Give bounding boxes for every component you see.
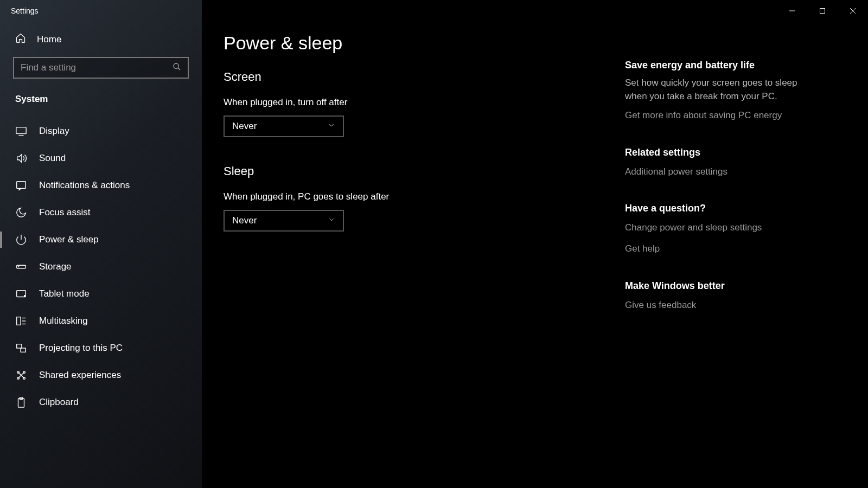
aside-better: Make Windows better Give us feedback <box>625 280 799 314</box>
search-container <box>0 57 202 88</box>
svg-line-5 <box>178 68 180 70</box>
sidebar-item-label: Display <box>39 126 69 137</box>
screen-timeout-value: Never <box>232 121 257 132</box>
maximize-icon <box>819 8 826 14</box>
search-input[interactable] <box>21 62 173 73</box>
search-box[interactable] <box>13 57 189 79</box>
svg-point-12 <box>18 267 19 267</box>
sidebar-item-notifications[interactable]: Notifications & actions <box>0 172 202 199</box>
sidebar-item-sound[interactable]: Sound <box>0 145 202 172</box>
sidebar-item-tablet-mode[interactable]: Tablet mode <box>0 280 202 307</box>
screen-section: Screen When plugged in, turn off after N… <box>224 70 603 137</box>
aside-better-heading: Make Windows better <box>625 280 799 292</box>
aside-related: Related settings Additional power settin… <box>625 147 799 181</box>
home-label: Home <box>37 34 61 45</box>
aside-energy-text: Set how quickly your screen goes to slee… <box>625 76 799 103</box>
multitasking-icon <box>15 315 27 327</box>
minimize-button[interactable] <box>777 0 807 22</box>
sleep-field-label: When plugged in, PC goes to sleep after <box>224 191 603 202</box>
sidebar: Home System Display Sound Notifications … <box>0 0 202 488</box>
screen-field-label: When plugged in, turn off after <box>224 97 603 108</box>
sidebar-item-label: Power & sleep <box>39 234 99 245</box>
svg-rect-9 <box>17 182 26 189</box>
aside-column: Save energy and battery life Set how qui… <box>625 33 799 488</box>
notifications-icon <box>15 179 27 191</box>
sidebar-item-label: Sound <box>39 153 66 164</box>
home-icon <box>15 33 26 46</box>
sidebar-item-clipboard[interactable]: Clipboard <box>0 389 202 416</box>
svg-rect-6 <box>16 127 26 134</box>
display-icon <box>15 125 27 137</box>
sidebar-item-label: Clipboard <box>39 397 79 408</box>
aside-energy-link[interactable]: Get more info about saving PC energy <box>625 107 799 124</box>
window-controls <box>777 0 868 22</box>
sidebar-item-focus-assist[interactable]: Focus assist <box>0 199 202 226</box>
sleep-section: Sleep When plugged in, PC goes to sleep … <box>224 164 603 232</box>
aside-related-link[interactable]: Additional power settings <box>625 164 799 181</box>
shared-experiences-icon <box>15 369 27 381</box>
sidebar-item-label: Shared experiences <box>39 370 121 381</box>
svg-rect-20 <box>21 348 25 352</box>
svg-rect-19 <box>17 344 22 348</box>
main-content: Power & sleep Screen When plugged in, tu… <box>202 0 868 488</box>
sidebar-item-multitasking[interactable]: Multitasking <box>0 307 202 335</box>
sleep-heading: Sleep <box>224 164 603 178</box>
window-title: Settings <box>0 7 39 15</box>
sidebar-item-power-sleep[interactable]: Power & sleep <box>0 226 202 253</box>
projecting-icon <box>15 342 27 354</box>
search-icon <box>173 62 181 73</box>
svg-rect-15 <box>17 317 21 325</box>
sidebar-nav: Display Sound Notifications & actions Fo… <box>0 118 202 416</box>
aside-better-link[interactable]: Give us feedback <box>625 297 799 314</box>
sidebar-item-label: Notifications & actions <box>39 180 130 191</box>
clipboard-icon <box>15 396 27 408</box>
svg-point-4 <box>174 63 178 68</box>
svg-rect-11 <box>17 265 26 268</box>
sidebar-item-storage[interactable]: Storage <box>0 253 202 280</box>
storage-icon <box>15 261 27 273</box>
svg-point-14 <box>24 296 25 297</box>
svg-marker-8 <box>17 155 22 163</box>
close-button[interactable] <box>838 0 868 22</box>
svg-rect-1 <box>820 9 825 14</box>
chevron-down-icon <box>328 121 335 132</box>
sidebar-item-shared-experiences[interactable]: Shared experiences <box>0 362 202 389</box>
titlebar: Settings <box>0 0 868 22</box>
sleep-timeout-dropdown[interactable]: Never <box>224 210 344 232</box>
chevron-down-icon <box>328 215 335 226</box>
sidebar-item-display[interactable]: Display <box>0 118 202 145</box>
aside-question-link-2[interactable]: Get help <box>625 241 799 258</box>
sidebar-category: System <box>0 88 202 118</box>
aside-question: Have a question? Change power and sleep … <box>625 203 799 257</box>
aside-energy: Save energy and battery life Set how qui… <box>625 60 799 124</box>
sidebar-item-label: Focus assist <box>39 207 90 218</box>
screen-heading: Screen <box>224 70 603 84</box>
sidebar-item-projecting[interactable]: Projecting to this PC <box>0 335 202 362</box>
aside-energy-heading: Save energy and battery life <box>625 60 799 71</box>
focus-assist-icon <box>15 207 27 219</box>
home-button[interactable]: Home <box>0 22 202 57</box>
aside-question-heading: Have a question? <box>625 203 799 214</box>
aside-related-heading: Related settings <box>625 147 799 158</box>
sidebar-item-label: Multitasking <box>39 316 88 326</box>
screen-timeout-dropdown[interactable]: Never <box>224 115 344 137</box>
maximize-button[interactable] <box>807 0 838 22</box>
power-icon <box>15 234 27 246</box>
minimize-icon <box>789 8 795 14</box>
sound-icon <box>15 152 27 164</box>
close-icon <box>850 8 856 14</box>
sidebar-item-label: Projecting to this PC <box>39 343 123 354</box>
sidebar-item-label: Tablet mode <box>39 288 90 299</box>
sleep-timeout-value: Never <box>232 215 257 226</box>
content-column: Power & sleep Screen When plugged in, tu… <box>224 33 603 488</box>
tablet-icon <box>15 288 27 300</box>
aside-question-link-1[interactable]: Change power and sleep settings <box>625 220 799 236</box>
sidebar-item-label: Storage <box>39 261 72 272</box>
page-title: Power & sleep <box>224 33 603 54</box>
